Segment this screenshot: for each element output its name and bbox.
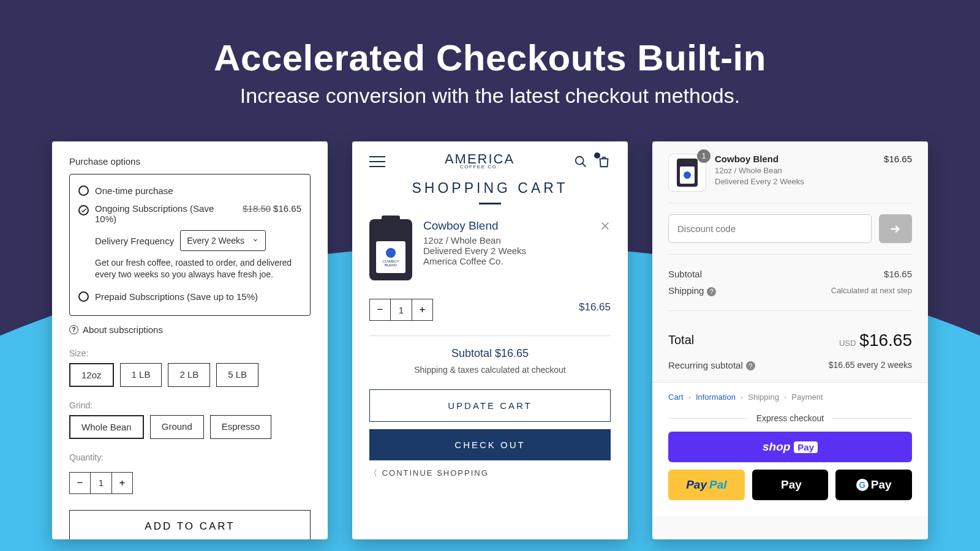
svg-point-0 bbox=[576, 156, 584, 164]
prepaid-label: Prepaid Subscriptions (Save up to 15%) bbox=[95, 291, 258, 302]
breadcrumb: Cart › Information › Shipping › Payment bbox=[668, 392, 912, 402]
old-price: $18.50 bbox=[243, 203, 271, 214]
paypal-button[interactable]: PayPal bbox=[668, 470, 745, 500]
radio-unselected-icon bbox=[78, 186, 89, 196]
product-delivery: Delivered Every 2 Weeks bbox=[423, 246, 526, 256]
product-options-card: Purchase options One-time purchase Ongoi… bbox=[52, 141, 328, 539]
checkout-card: 1 Cowboy Blend 12oz / Whole Bean Deliver… bbox=[652, 141, 928, 539]
crumb-cart[interactable]: Cart bbox=[668, 392, 684, 402]
update-cart-button[interactable]: UPDATE CART bbox=[369, 389, 611, 422]
shipping-label: Shipping bbox=[668, 285, 704, 296]
ongoing-radio[interactable]: Ongoing Subscriptions (Save 10%) $18.50$… bbox=[78, 200, 301, 228]
one-time-radio[interactable]: One-time purchase bbox=[78, 182, 301, 200]
size-option-1lb[interactable]: 1 LB bbox=[120, 363, 162, 387]
hero-subtitle: Increase conversion with the latest chec… bbox=[0, 84, 980, 108]
cart-qty-stepper: − 1 + bbox=[369, 299, 433, 321]
grind-option-ground[interactable]: Ground bbox=[150, 415, 204, 439]
grind-option-espresso[interactable]: Espresso bbox=[210, 415, 272, 439]
chevron-left-icon: 〈 bbox=[369, 468, 382, 478]
help-icon: ? bbox=[69, 325, 78, 334]
help-icon[interactable]: ? bbox=[746, 361, 755, 370]
subtotal-label: Subtotal bbox=[668, 269, 702, 279]
qty-stepper: − 1 + bbox=[69, 472, 133, 494]
crumb-payment: Payment bbox=[791, 392, 823, 402]
product-variant: 12oz / Whole Bean bbox=[423, 235, 526, 246]
checkout-product-name: Cowboy Blend bbox=[715, 154, 875, 164]
size-option-2lb[interactable]: 2 LB bbox=[168, 363, 210, 387]
cart-qty-increment[interactable]: + bbox=[412, 299, 432, 320]
checkout-product-thumb: 1 bbox=[668, 154, 706, 192]
search-icon[interactable] bbox=[574, 155, 587, 168]
product-name[interactable]: Cowboy Blend bbox=[423, 219, 526, 233]
about-subscriptions-link[interactable]: ? About subscriptions bbox=[69, 324, 311, 335]
subtotal-value: $16.65 bbox=[884, 269, 912, 279]
hero-title: Accelerated Checkouts Built-in bbox=[0, 37, 980, 79]
freq-select[interactable]: Every 2 Weeks bbox=[180, 230, 266, 251]
brand-logo: AMERICACOFFEE CO. bbox=[445, 154, 514, 169]
chevron-right-icon: › bbox=[784, 392, 786, 402]
radio-unselected-icon bbox=[78, 291, 89, 302]
crumb-shipping: Shipping bbox=[748, 392, 779, 402]
currency-label: USD bbox=[839, 339, 856, 348]
shop-pay-button[interactable]: shopPay bbox=[668, 432, 912, 462]
crumb-info[interactable]: Information bbox=[696, 392, 736, 402]
checkout-product-variant: 12oz / Whole Bean bbox=[715, 166, 875, 175]
purchase-options-heading: Purchase options bbox=[69, 156, 311, 167]
google-icon: G bbox=[856, 479, 869, 491]
subtotal-line: Subtotal $16.65 bbox=[369, 347, 611, 360]
product-brand: America Coffee Co. bbox=[423, 256, 526, 266]
total-value: $16.65 bbox=[859, 331, 912, 350]
cart-qty-decrement[interactable]: − bbox=[370, 299, 391, 320]
cart-title: SHOPPING CART bbox=[369, 180, 611, 197]
new-price: $16.65 bbox=[273, 203, 301, 214]
shipping-value: Calculated at next step bbox=[831, 286, 912, 295]
remove-item-icon[interactable] bbox=[600, 220, 611, 231]
size-option-12oz[interactable]: 12oz bbox=[69, 363, 114, 387]
continue-shopping-link[interactable]: 〈 CONTINUE SHOPPING bbox=[369, 468, 611, 479]
freq-help-text: Get our fresh coffee, roasted to order, … bbox=[95, 257, 301, 280]
ongoing-label: Ongoing Subscriptions (Save 10%) bbox=[95, 203, 217, 224]
size-option-5lb[interactable]: 5 LB bbox=[216, 363, 258, 387]
tax-note: Shipping & taxes calculated at checkout bbox=[369, 365, 611, 375]
prepaid-radio[interactable]: Prepaid Subscriptions (Save up to 15%) bbox=[78, 288, 301, 305]
line-price: $16.65 bbox=[579, 301, 611, 313]
size-label: Size: bbox=[69, 348, 311, 358]
qty-label: Quantity: bbox=[69, 452, 311, 462]
help-icon[interactable]: ? bbox=[707, 287, 716, 296]
chevron-right-icon: › bbox=[741, 392, 743, 402]
product-image: COWBOY BLEND bbox=[369, 219, 412, 280]
cart-qty-value: 1 bbox=[391, 299, 412, 320]
cart-card: AMERICACOFFEE CO. SHOPPING CART COWBOY B… bbox=[352, 141, 628, 539]
radio-selected-icon bbox=[78, 205, 89, 216]
recurring-label: Recurring subtotal bbox=[668, 360, 743, 370]
one-time-label: One-time purchase bbox=[95, 186, 173, 196]
recurring-value: $16.65 every 2 weeks bbox=[829, 360, 912, 370]
qty-decrement-button[interactable]: − bbox=[70, 473, 91, 493]
grind-option-whole[interactable]: Whole Bean bbox=[69, 415, 144, 439]
checkout-product-delivery: Delivered Every 2 Weeks bbox=[715, 177, 875, 186]
chevron-right-icon: › bbox=[688, 392, 691, 402]
hamburger-icon[interactable] bbox=[369, 156, 385, 167]
qty-value: 1 bbox=[91, 473, 111, 493]
freq-label: Delivery Frequency bbox=[95, 236, 174, 246]
grind-label: Grind: bbox=[69, 400, 311, 410]
discount-input[interactable] bbox=[668, 214, 872, 243]
checkout-line-price: $16.65 bbox=[884, 154, 912, 164]
add-to-cart-button[interactable]: ADD TO CART bbox=[69, 510, 311, 539]
bag-icon[interactable] bbox=[597, 155, 611, 168]
apple-pay-button[interactable]: Pay bbox=[752, 470, 829, 500]
express-checkout-label: Express checkout bbox=[748, 413, 833, 423]
qty-increment-button[interactable]: + bbox=[111, 473, 132, 493]
total-label: Total bbox=[668, 333, 694, 347]
apply-discount-button[interactable] bbox=[879, 214, 912, 243]
google-pay-button[interactable]: G Pay bbox=[835, 470, 912, 500]
checkout-button[interactable]: CHECK OUT bbox=[369, 429, 611, 460]
qty-badge: 1 bbox=[697, 149, 710, 163]
